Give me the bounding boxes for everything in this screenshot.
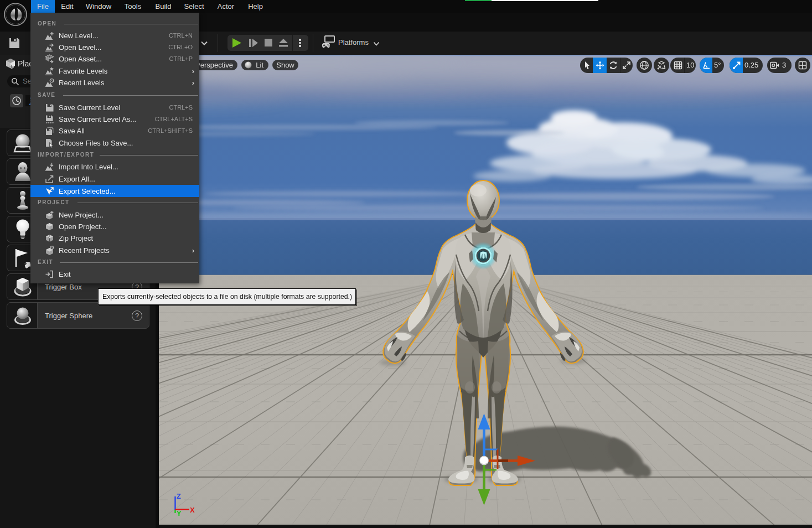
svg-text:X: X [190, 506, 195, 514]
svg-text:Z: Z [177, 492, 181, 500]
svg-text:Y: Y [177, 509, 182, 517]
